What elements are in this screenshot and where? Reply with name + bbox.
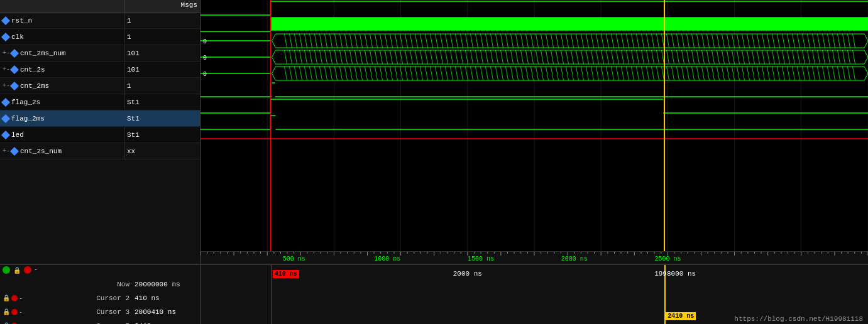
timeline-label: 1000 ns xyxy=(374,256,400,262)
timeline-bar: 500 ns1000 ns1500 ns2000 ns2500 ns xyxy=(201,251,868,264)
timeline-label: 2000 ns xyxy=(561,256,588,262)
signal-header: Msgs xyxy=(0,0,200,13)
signal-value-rst_n: 1 xyxy=(124,16,200,26)
signal-name-text-flag_2s: flag_2s xyxy=(11,99,40,106)
signal-row-flag_2ms[interactable]: flag_2msSt1 xyxy=(0,111,200,127)
signal-name-text-cnt_2s: cnt_2s xyxy=(20,66,45,73)
signal-name-cell-flag_2ms: flag_2ms xyxy=(0,111,124,126)
cursor-rows-container: Now20000000 ns🔒-Cursor 2410 ns🔒-Cursor 3… xyxy=(3,278,197,324)
red-circle-icon-1[interactable] xyxy=(24,266,31,274)
signal-name-text-clk: clk xyxy=(11,33,24,41)
red-dot-2[interactable] xyxy=(11,309,18,315)
signal-icon-cnt_2ms xyxy=(10,81,19,90)
signal-row-led[interactable]: ledSt1 xyxy=(0,127,200,143)
bottom-panel: 🔒 - Now20000000 ns🔒-Cursor 2410 ns🔒-Curs… xyxy=(0,264,868,324)
signal-value-flag_2ms: St1 xyxy=(124,114,200,124)
green-circle-icon[interactable] xyxy=(3,266,10,274)
bottom-right: https://blog.csdn.net/H19981118 410 ns20… xyxy=(201,265,868,324)
red-cursor-bottom xyxy=(271,265,272,324)
signal-value-cnt_2ms: 1 xyxy=(124,81,200,91)
timeline-label: 2500 ns xyxy=(654,256,681,262)
expand-btn-cnt_2ms_num[interactable]: +- xyxy=(3,50,10,57)
signal-header-msgs: Msgs xyxy=(124,0,200,12)
signal-row-cnt_2s[interactable]: +-cnt_2s101 xyxy=(0,62,200,78)
signal-name-text-cnt_2s_num: cnt_2s_num xyxy=(20,148,62,155)
signal-row-cnt_2ms_num[interactable]: +-cnt_2ms_num101 xyxy=(0,45,200,62)
signal-name-cell-led: led xyxy=(0,127,124,143)
cursor-row-0: Now20000000 ns xyxy=(3,278,197,291)
cursor-value-0: 20000000 ns xyxy=(135,281,197,288)
signal-panel: Msgs rst_n1clk1+-cnt_2ms_num101+-cnt_2s1… xyxy=(0,0,201,264)
timeline-label: 500 ns xyxy=(283,256,305,262)
signal-name-text-flag_2ms: flag_2ms xyxy=(11,115,45,122)
signal-name-cell-cnt_2s: +-cnt_2s xyxy=(0,62,124,77)
cursor-row-3: 🔒-Cursor 52410 ns xyxy=(3,319,197,324)
lock-icon-cursor-2[interactable]: 🔒 xyxy=(3,308,10,316)
cursor-right-label: 1998000 ns xyxy=(654,270,696,278)
bottom-left: 🔒 - Now20000000 ns🔒-Cursor 2410 ns🔒-Curs… xyxy=(0,265,201,324)
signal-value-cnt_2ms_num: 101 xyxy=(124,48,200,58)
signal-name-text-led: led xyxy=(11,131,24,139)
signal-row-clk[interactable]: clk1 xyxy=(0,29,200,45)
content-area: Msgs rst_n1clk1+-cnt_2ms_num101+-cnt_2s1… xyxy=(0,0,868,264)
watermark: https://blog.csdn.net/H19981118 xyxy=(734,315,863,323)
signal-name-cell-rst_n: rst_n xyxy=(0,13,124,28)
signal-name-text-cnt_2ms: cnt_2ms xyxy=(20,82,49,90)
cursor2-label-box: 410 ns xyxy=(273,270,299,278)
cursor-label-0: Now xyxy=(3,281,135,288)
signal-name-cell-clk: clk xyxy=(0,29,124,45)
signal-value-clk: 1 xyxy=(124,32,200,42)
red-dot-1[interactable] xyxy=(11,295,18,301)
expand-btn-cnt_2ms[interactable]: +- xyxy=(3,82,10,89)
svg-text:0: 0 xyxy=(203,38,207,45)
bottom-left-icons: 🔒 - xyxy=(3,266,197,275)
waveform-panel[interactable]: 000 500 ns1000 ns1500 ns2000 ns2500 ns xyxy=(201,0,868,264)
main-container: Msgs rst_n1clk1+-cnt_2ms_num101+-cnt_2s1… xyxy=(0,0,868,324)
timeline-label: 1500 ns xyxy=(468,256,494,262)
minus-btn-1[interactable]: - xyxy=(19,295,23,302)
signal-icon-flag_2s xyxy=(1,97,10,106)
signal-value-flag_2s: St1 xyxy=(124,97,200,107)
cursor5-label-box: 2410 ns xyxy=(666,312,696,320)
cursor-row-1: 🔒-Cursor 2410 ns xyxy=(3,291,197,305)
signal-name-text-cnt_2ms_num: cnt_2ms_num xyxy=(20,50,66,57)
svg-text:0: 0 xyxy=(203,55,207,62)
minus-icon-1[interactable]: - xyxy=(34,266,38,275)
signal-value-cnt_2s: 101 xyxy=(124,65,200,75)
cursor-label-2: Cursor 3 xyxy=(25,308,135,316)
cursor-label-1: Cursor 2 xyxy=(25,294,135,302)
cursor-value-2: 2000410 ns xyxy=(135,308,197,316)
signal-row-cnt_2ms[interactable]: +-cnt_2ms1 xyxy=(0,78,200,94)
signal-row-rst_n[interactable]: rst_n1 xyxy=(0,13,200,29)
minus-btn-2[interactable]: - xyxy=(19,309,23,316)
lock-icon-cursor-1[interactable]: 🔒 xyxy=(3,294,10,302)
signal-icon-cnt_2s xyxy=(10,65,19,73)
signal-icon-cnt_2ms_num xyxy=(10,48,19,57)
signal-value-cnt_2s_num: xx xyxy=(124,146,200,156)
signal-value-led: St1 xyxy=(124,130,200,140)
signal-icon-clk xyxy=(1,32,10,41)
signal-icon-cnt_2s_num xyxy=(10,146,19,155)
signal-row-cnt_2s_num[interactable]: +-cnt_2s_numxx xyxy=(0,143,200,159)
cursor-value-1: 410 ns xyxy=(135,294,197,302)
waveform-canvas: 000 xyxy=(201,0,868,251)
signal-name-cell-cnt_2s_num: +-cnt_2s_num xyxy=(0,143,124,159)
expand-btn-cnt_2s[interactable]: +- xyxy=(3,66,10,73)
lock-icon-1[interactable]: 🔒 xyxy=(13,266,21,275)
signal-rows-container: rst_n1clk1+-cnt_2ms_num101+-cnt_2s101+-c… xyxy=(0,13,200,159)
expand-btn-cnt_2s_num[interactable]: +- xyxy=(3,148,10,154)
signal-name-cell-flag_2s: flag_2s xyxy=(0,94,124,110)
signal-name-cell-cnt_2ms_num: +-cnt_2ms_num xyxy=(0,45,124,61)
signal-row-flag_2s[interactable]: flag_2sSt1 xyxy=(0,94,200,111)
signal-name-cell-cnt_2ms: +-cnt_2ms xyxy=(0,78,124,94)
signal-icon-flag_2ms xyxy=(1,114,10,122)
signal-name-text-rst_n: rst_n xyxy=(11,17,32,24)
signal-header-name xyxy=(0,0,124,12)
waveform-svg: 000 xyxy=(201,0,868,251)
cursor-row-2: 🔒-Cursor 32000410 ns xyxy=(3,305,197,319)
cursor3-label-text: 2000 ns xyxy=(453,270,482,278)
signal-icon-rst_n xyxy=(1,16,10,24)
svg-text:0: 0 xyxy=(203,71,207,78)
signal-icon-led xyxy=(1,130,10,139)
